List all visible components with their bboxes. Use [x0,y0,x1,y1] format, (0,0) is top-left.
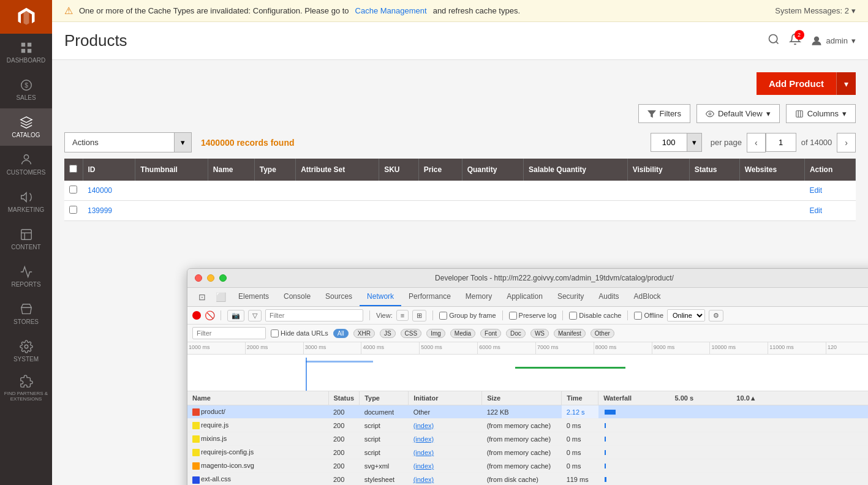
edit-link[interactable]: Edit [809,206,822,215]
filter-other-button[interactable]: Other [591,329,614,338]
list-view-button[interactable]: ≡ [396,310,409,321]
actions-dropdown-button[interactable]: ▾ [175,132,192,152]
network-type: script [360,432,409,446]
col-type: Type [360,391,409,405]
disable-cache-checkbox[interactable] [569,312,577,320]
preserve-log-label[interactable]: Preserve log [509,312,557,320]
add-product-button[interactable]: Add Product [757,72,836,95]
filter-manifest-button[interactable]: Manifest [554,329,586,338]
filter-css-button[interactable]: CSS [401,329,422,338]
sidebar-item-marketing[interactable]: MARKETING [0,183,52,220]
filter-input[interactable] [192,327,266,339]
edit-link[interactable]: Edit [809,186,822,195]
network-status: 200 [328,459,360,473]
tab-elements[interactable]: Elements [231,288,276,306]
sidebar-item-system[interactable]: SYSTEM [0,333,52,370]
network-row-product[interactable]: product/ 200 document Other 122 KB 2.12 … [187,405,868,419]
group-by-frame-label[interactable]: Group by frame [439,312,496,320]
actions-select[interactable]: Actions [64,132,175,152]
filter-ws-button[interactable]: WS [530,329,549,338]
next-page-button[interactable]: › [837,133,856,152]
filter-toggle-button[interactable]: ▽ [248,310,262,321]
settings-button[interactable]: ⚙ [709,310,723,321]
devtools-cursor-icon[interactable]: ⊡ [194,288,211,306]
network-type: stylesheet [360,473,409,485]
filter-font-button[interactable]: Font [480,329,501,338]
page-input[interactable] [766,133,796,152]
tab-audits[interactable]: Audits [591,288,626,306]
js-icon [192,422,200,429]
offline-checkbox[interactable] [634,312,642,320]
disable-cache-label[interactable]: Disable cache [569,312,621,320]
sidebar-logo[interactable] [0,0,52,34]
offline-label[interactable]: Offline [634,312,663,320]
group-by-frame-checkbox[interactable] [439,312,447,320]
prev-page-button[interactable]: ‹ [747,133,766,152]
admin-user-menu[interactable]: admin ▾ [810,35,856,47]
sidebar-item-find[interactable]: FIND PARTNERS & EXTENSIONS [0,370,52,407]
per-page-input[interactable] [651,133,687,152]
filter-js-button[interactable]: JS [380,329,396,338]
network-row-requirejs-config[interactable]: requirejs-config.js 200 script (index) (… [187,446,868,459]
search-button[interactable] [768,33,780,48]
tab-sources[interactable]: Sources [318,288,360,306]
filter-media-button[interactable]: Media [450,329,475,338]
actions-wrapper: Actions ▾ [64,132,192,152]
network-status: 200 [328,405,360,419]
network-row-magento-icon[interactable]: magento-icon.svg 200 svg+xml (index) (fr… [187,459,868,473]
filters-button[interactable]: Filters [638,104,690,123]
filter-img-button[interactable]: Img [426,329,445,338]
filter-all-button[interactable]: All [333,329,349,338]
col-sku: SKU [379,159,419,181]
network-row-ext-all[interactable]: ext-all.css 200 stylesheet (index) (from… [187,473,868,485]
devtools-more-button[interactable]: ⋮ [861,289,868,306]
notifications-button[interactable]: 2 [789,33,801,48]
record-button[interactable] [192,311,201,320]
tab-security[interactable]: Security [550,288,591,306]
tick-2000: 2000 ms [246,342,304,354]
default-view-button[interactable]: Default View ▾ [696,104,780,123]
network-row-mixins[interactable]: mixins.js 200 script (index) (from memor… [187,432,868,446]
network-filter-input[interactable] [265,309,363,321]
system-messages-text: System Messages: 2 [775,6,849,15]
tab-adblock[interactable]: AdBlock [627,288,668,306]
row-checkbox[interactable] [69,206,77,214]
devtools-title: Developer Tools - http://m222.goivvy.com… [232,274,868,282]
add-product-dropdown-button[interactable]: ▾ [836,72,856,95]
sidebar-item-customers[interactable]: CUSTOMERS [0,146,52,183]
svg-rect-2 [21,49,25,53]
tick-9000: 9000 ms [652,342,711,354]
tab-network[interactable]: Network [360,288,401,306]
tab-memory[interactable]: Memory [458,288,499,306]
sidebar-item-content[interactable]: CONTENT [0,220,52,258]
tab-application[interactable]: Application [499,288,550,306]
cache-management-link[interactable]: Cache Management [355,6,427,15]
tab-performance[interactable]: Performance [401,288,458,306]
maximize-button[interactable] [219,274,227,282]
clear-button[interactable]: 🚫 [205,310,214,320]
filter-doc-button[interactable]: Doc [506,329,526,338]
sidebar-item-reports[interactable]: REPORTS [0,258,52,295]
filter-xhr-button[interactable]: XHR [353,329,375,338]
system-messages[interactable]: System Messages: 2 ▾ [775,6,856,15]
hide-data-urls-checkbox[interactable] [271,329,279,337]
preserve-log-checkbox[interactable] [509,312,517,320]
network-row-requirejs[interactable]: require.js 200 script (index) (from memo… [187,419,868,432]
notification-count: 2 [794,30,804,40]
throttle-select[interactable]: Online [667,309,705,321]
camera-button[interactable]: 📷 [227,310,244,321]
sidebar-item-catalog[interactable]: CATALOG [0,108,52,146]
devtools-mobile-icon[interactable]: ⬜ [211,288,231,306]
columns-button[interactable]: Columns ▾ [786,104,856,123]
grouped-view-button[interactable]: ⊞ [412,310,426,321]
close-button[interactable] [195,274,202,282]
per-page-dropdown-button[interactable]: ▾ [687,133,702,152]
row-checkbox[interactable] [69,186,77,194]
sidebar-item-stores[interactable]: STORES [0,295,52,333]
minimize-button[interactable] [207,274,214,282]
sidebar-item-sales[interactable]: $ SALES [0,71,52,108]
select-all-checkbox[interactable] [69,165,77,173]
sidebar-item-dashboard[interactable]: DASHBOARD [0,34,52,71]
hide-data-urls-label[interactable]: Hide data URLs [271,329,328,337]
tab-console[interactable]: Console [276,288,318,306]
